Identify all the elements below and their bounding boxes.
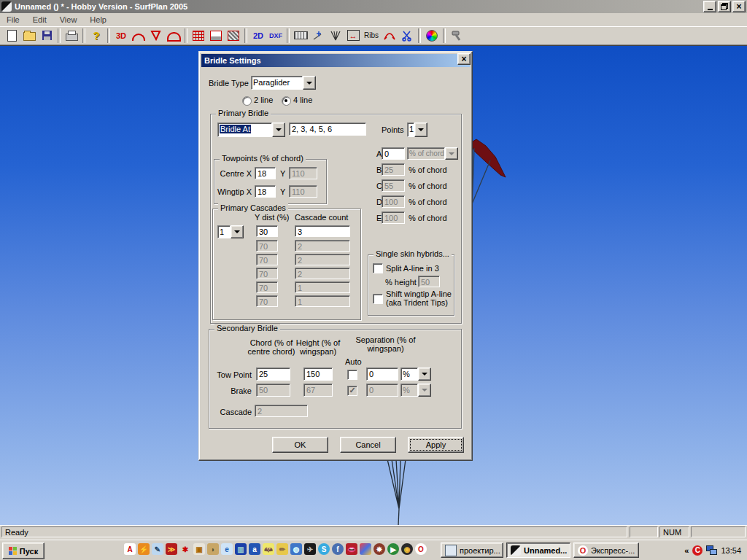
- bridle-lines-icon[interactable]: [327, 28, 344, 44]
- dialog-close-icon[interactable]: [457, 53, 471, 65]
- new-document-icon[interactable]: [3, 28, 20, 44]
- taskbar-window-project[interactable]: проектир...: [441, 542, 503, 558]
- tray-chevron[interactable]: «: [684, 546, 689, 555]
- grid-icon[interactable]: [190, 28, 207, 44]
- save-icon[interactable]: [38, 28, 55, 44]
- photo-album-icon[interactable]: [360, 543, 371, 555]
- taskbar-window-surfplan[interactable]: Unnamed...: [506, 542, 570, 558]
- level-e-input[interactable]: 100: [382, 211, 405, 224]
- cascade-ydist-input-4[interactable]: 70: [256, 268, 278, 279]
- minimize-button[interactable]: [703, 1, 716, 12]
- v-panel-icon[interactable]: [147, 28, 165, 44]
- cascade-count-input-4[interactable]: 2: [295, 268, 350, 279]
- secondary-cascade-input[interactable]: 2: [255, 405, 308, 417]
- level-d-input[interactable]: 100: [382, 195, 405, 208]
- sections-input[interactable]: 2, 3, 4, 5, 6: [289, 122, 366, 136]
- split-a-line-checkbox[interactable]: [373, 263, 383, 273]
- level-a-input[interactable]: 0: [382, 147, 405, 160]
- cascade-ydist-input-3[interactable]: 70: [256, 254, 278, 265]
- bridle-type-select[interactable]: Paraglider: [251, 76, 316, 90]
- gear-tool-icon[interactable]: ✸: [374, 543, 385, 555]
- wingtip-y-input[interactable]: 110: [289, 185, 317, 198]
- chevron-down-icon[interactable]: [272, 122, 285, 137]
- paintbrush-icon[interactable]: ✏: [276, 543, 288, 555]
- messenger-icon[interactable]: ✎: [152, 543, 163, 555]
- menu-view[interactable]: View: [53, 14, 84, 26]
- level-c-input[interactable]: 55: [382, 179, 405, 192]
- centre-y-input[interactable]: 110: [289, 167, 317, 179]
- points-select[interactable]: 1: [407, 122, 427, 137]
- chevron-down-icon[interactable]: [231, 225, 244, 238]
- wingtip-x-input[interactable]: 18: [255, 185, 276, 198]
- bridle-at-select[interactable]: Bridle At: [217, 122, 285, 137]
- menu-help[interactable]: Help: [83, 14, 113, 26]
- cascade-ydist-input-6[interactable]: 70: [256, 295, 278, 307]
- satellite-icon[interactable]: ◗: [207, 543, 219, 555]
- towpoint-tool-icon[interactable]: [309, 28, 327, 44]
- ruler-icon[interactable]: [292, 28, 309, 44]
- tray-c-icon[interactable]: C: [692, 545, 703, 556]
- google-earth-icon[interactable]: ◍: [290, 543, 302, 555]
- abbyy-icon[interactable]: a: [249, 543, 260, 555]
- clock[interactable]: 13:54: [721, 546, 741, 555]
- winamp-icon[interactable]: ⚡: [138, 543, 150, 555]
- scissors-icon[interactable]: [398, 28, 416, 44]
- cascade-ydist-input-5[interactable]: 70: [256, 281, 278, 293]
- help-icon[interactable]: ?: [88, 28, 105, 44]
- panel-fill-icon[interactable]: [207, 28, 225, 44]
- java-icon[interactable]: f: [332, 543, 344, 555]
- ribs-icon[interactable]: Ribs: [362, 28, 381, 44]
- menu-edit[interactable]: Edit: [26, 14, 53, 26]
- cascade-count-input-6[interactable]: 1: [295, 295, 350, 307]
- cascade-count-input-1[interactable]: 3: [295, 225, 350, 237]
- brake-height-input[interactable]: 67: [303, 384, 333, 397]
- level-b-input[interactable]: 25: [382, 163, 405, 176]
- percent-height-input[interactable]: 50: [418, 276, 440, 287]
- arc-profile-icon[interactable]: [130, 28, 147, 44]
- span-width-icon[interactable]: [344, 28, 362, 44]
- apply-button[interactable]: Apply: [408, 437, 464, 453]
- lips-player-icon[interactable]: 👄: [346, 543, 357, 555]
- batman-icon[interactable]: 🦇: [263, 543, 274, 555]
- brake-auto-checkbox[interactable]: [347, 386, 357, 396]
- tow-chord-input[interactable]: 25: [256, 368, 290, 381]
- menu-file[interactable]: File: [0, 14, 26, 26]
- cascade-count-input-2[interactable]: 2: [295, 240, 350, 252]
- dxf-export-icon[interactable]: DXF: [267, 28, 285, 44]
- tow-height-input[interactable]: 150: [303, 368, 333, 381]
- library-icon[interactable]: ▥: [235, 543, 247, 555]
- print-icon[interactable]: [63, 28, 80, 44]
- radio-4-line[interactable]: [282, 96, 291, 106]
- media-player-icon[interactable]: ▶: [387, 543, 399, 555]
- level-a-unit-select[interactable]: % of chord: [407, 147, 458, 160]
- chevron-down-icon[interactable]: [414, 122, 427, 137]
- ok-button[interactable]: OK: [272, 437, 328, 453]
- shift-wingtip-checkbox[interactable]: [373, 294, 383, 304]
- open-folder-icon[interactable]: [20, 28, 38, 44]
- dome-shape-icon[interactable]: [165, 28, 182, 44]
- tow-unit-select[interactable]: %: [400, 368, 431, 381]
- arc-span-icon[interactable]: [381, 28, 398, 44]
- color-wheel-icon[interactable]: [423, 28, 441, 44]
- cascade-level-select[interactable]: 1: [217, 225, 244, 238]
- tow-separation-input[interactable]: 0: [366, 368, 398, 381]
- flashget-icon[interactable]: ≫: [166, 543, 177, 555]
- skype-icon[interactable]: S: [318, 543, 330, 555]
- close-button[interactable]: [732, 1, 746, 12]
- start-button[interactable]: Пуск: [2, 542, 44, 559]
- cascade-ydist-input-2[interactable]: 70: [256, 240, 278, 252]
- chevron-down-icon[interactable]: [303, 76, 316, 90]
- panel-shaded-icon[interactable]: [225, 28, 242, 44]
- daemon-tools-icon[interactable]: ◉: [401, 543, 413, 555]
- radio-2-line[interactable]: [242, 96, 252, 106]
- cascade-ydist-input-1[interactable]: 30: [256, 225, 278, 237]
- 2d-view-icon[interactable]: 2D: [249, 28, 267, 44]
- rocket-icon[interactable]: ✈: [304, 543, 316, 555]
- cascade-count-input-3[interactable]: 2: [295, 254, 350, 265]
- network-icon[interactable]: [706, 545, 717, 555]
- 3d-view-icon[interactable]: 3D: [112, 28, 130, 44]
- tools-hammer-icon[interactable]: [448, 28, 465, 44]
- cancel-button[interactable]: Cancel: [340, 437, 396, 453]
- tow-auto-checkbox[interactable]: [347, 370, 357, 380]
- dialog-title-bar[interactable]: Bridle Settings: [201, 54, 470, 67]
